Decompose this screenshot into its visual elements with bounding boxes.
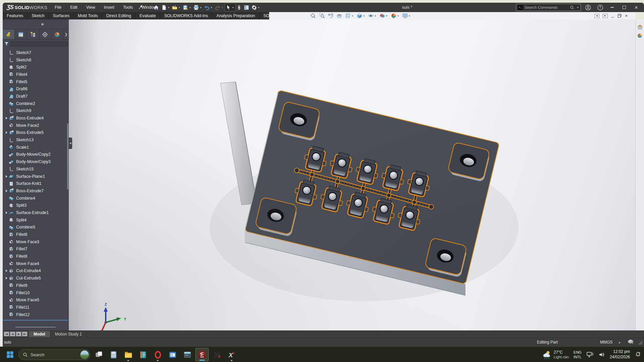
tree-item-surface-knit1[interactable]: Surface-Knit1 — [3, 180, 69, 187]
tree-item-fillet4[interactable]: Fillet4 — [3, 71, 69, 78]
tree-item-sketch13[interactable]: Sketch13 — [3, 136, 69, 144]
help-icon[interactable]: ? — [595, 3, 605, 12]
tree-item-boss-extrude4[interactable]: Boss-Extrude4 — [3, 114, 69, 122]
tree-filter-input[interactable] — [10, 41, 67, 46]
expand-arrow-icon[interactable] — [4, 211, 9, 214]
close-doc-icon[interactable]: ✕ — [625, 14, 628, 18]
close-icon[interactable]: ✕ — [632, 3, 641, 12]
redo-icon[interactable]: ▼ — [214, 3, 225, 11]
web-ball-icon[interactable] — [637, 33, 643, 39]
network-icon[interactable] — [586, 351, 594, 358]
hide-show-items-icon[interactable]: ▼ — [366, 12, 378, 19]
zoom-to-fit-icon[interactable] — [309, 12, 317, 19]
apply-scene-icon[interactable]: ▼ — [389, 12, 401, 19]
prev-tab-icon[interactable]: ◀ — [10, 331, 15, 337]
ribbon-tab-features[interactable]: Features — [3, 12, 28, 19]
ribbon-tab-evaluate[interactable]: Evaluate — [136, 12, 160, 19]
solidworks-2025-icon[interactable]: 2025 — [195, 348, 209, 361]
tree-item-boss-extrude5[interactable]: Boss-Extrude5 — [3, 129, 69, 137]
save-icon[interactable]: ▼ — [182, 3, 192, 11]
previous-view-icon[interactable] — [326, 12, 335, 19]
first-tab-icon[interactable]: I◀ — [4, 331, 9, 337]
select-cursor-icon[interactable]: ▼ — [225, 3, 236, 11]
chevron-down-icon[interactable]: ▼ — [258, 6, 260, 9]
expand-arrow-icon[interactable] — [4, 131, 9, 134]
tree-item-body-move-copy2[interactable]: Body-Move/Copy2 — [3, 151, 69, 158]
ribbon-tab-analysis-preparation[interactable]: Analysis Preparation — [212, 12, 259, 19]
tree-item-combine4[interactable]: Combine4 — [3, 195, 69, 202]
tree-item-fillet10[interactable]: Fillet10 — [3, 289, 69, 297]
chevron-down-icon[interactable]: ▼ — [374, 15, 377, 17]
opera-icon[interactable] — [151, 348, 164, 361]
tree-item-sketch8[interactable]: Sketch8 — [3, 56, 69, 64]
tree-item-fillet7[interactable]: Fillet7 — [3, 246, 69, 253]
calculator-icon[interactable] — [107, 348, 120, 361]
tree-item-move-face5[interactable]: Move Face5 — [3, 296, 69, 304]
ribbon-tab-mold-tools[interactable]: Mold Tools — [74, 12, 102, 19]
tree-item-fillet5[interactable]: Fillet5 — [3, 78, 69, 86]
tree-item-boss-extrude7[interactable]: Boss-Extrude7 — [3, 187, 69, 195]
home-resources-icon[interactable] — [637, 24, 643, 30]
tree-item-surface-plane1[interactable]: Surface-Plane1 — [3, 173, 69, 180]
tray-language[interactable]: ENG INTL — [574, 350, 582, 360]
chevron-down-icon[interactable]: ▼ — [178, 6, 181, 9]
view-orientation-icon[interactable]: ▼ — [344, 12, 355, 19]
ribbon-tab-surfaces[interactable]: Surfaces — [49, 12, 74, 19]
tag-pencil-icon[interactable] — [628, 339, 634, 345]
edit-appearance-icon[interactable]: ▼ — [378, 12, 389, 19]
minimize-icon[interactable] — [607, 3, 617, 12]
chevron-down-icon[interactable]: ▼ — [577, 6, 579, 9]
file-properties-icon[interactable] — [243, 3, 250, 11]
tree-item-fillet9[interactable]: Fillet9 — [3, 282, 69, 289]
tree-item-draft7[interactable]: Draft7 — [3, 93, 69, 100]
tree-item-split4[interactable]: Split4 — [3, 216, 69, 224]
chevron-down-icon[interactable]: ▼ — [210, 6, 213, 9]
tree-item-cut-extrude5[interactable]: Cut-Extrude5 — [3, 274, 69, 282]
panel-splitter[interactable] — [3, 19, 69, 30]
menu-file[interactable]: File — [50, 5, 66, 10]
chevron-down-icon[interactable]: ▼ — [351, 15, 354, 17]
configurationmanager-icon[interactable] — [27, 30, 39, 39]
notebook-icon[interactable] — [136, 348, 150, 361]
notification-bell-icon[interactable]: z — [635, 351, 641, 358]
volume-icon[interactable] — [598, 351, 605, 358]
search-icon[interactable] — [570, 5, 574, 10]
tree-item-fillet8[interactable]: Fillet8 — [3, 253, 69, 260]
status-units[interactable]: MMGS — [600, 338, 612, 347]
chevron-down-icon[interactable]: ▼ — [408, 15, 411, 17]
chevron-right-icon[interactable]: ❯ — [63, 30, 69, 39]
taskbar-search[interactable]: Search — [18, 349, 90, 360]
tree-item-surface-extrude1[interactable]: Surface-Extrude1 — [3, 209, 69, 216]
x-app-icon[interactable]: x — [210, 348, 224, 361]
rebuild-traffic-light-icon[interactable] — [236, 3, 243, 11]
displaymanager-icon[interactable] — [51, 30, 63, 39]
menu-insert[interactable]: Insert — [100, 5, 119, 10]
next-tab-icon[interactable]: ▶ — [16, 331, 21, 337]
options-gear-icon[interactable]: ▼ — [250, 3, 261, 11]
dimxpertmanager-icon[interactable] — [39, 30, 51, 39]
next-window-icon[interactable]: ▶ — [603, 14, 608, 18]
windows-start-icon[interactable] — [3, 348, 17, 361]
tree-item-cut-extrude4[interactable]: Cut-Extrude4 — [3, 267, 69, 275]
undo-icon[interactable]: ▼ — [203, 3, 214, 11]
expand-arrow-icon[interactable] — [4, 190, 9, 192]
tree-item-sketch15[interactable]: Sketch15 — [3, 165, 69, 173]
chevron-down-icon[interactable]: ▼ — [167, 6, 170, 9]
expand-arrow-icon[interactable] — [4, 117, 9, 119]
tree-item-draft6[interactable]: Draft6 — [3, 85, 69, 93]
tree-item-move-face3[interactable]: Move Face3 — [3, 238, 69, 246]
media-app-icon[interactable] — [166, 348, 179, 361]
menu-tools[interactable]: Tools — [119, 5, 137, 10]
open-icon[interactable]: ▼ — [171, 3, 182, 11]
minimize-doc-icon[interactable] — [611, 13, 614, 19]
expand-arrow-icon[interactable] — [4, 269, 9, 272]
propertymanager-icon[interactable] — [15, 30, 27, 39]
tree-item-scale1[interactable]: Scale1 — [3, 144, 69, 151]
maximize-icon[interactable] — [620, 3, 629, 12]
tree-item-fillet12[interactable]: Fillet12 — [3, 311, 69, 318]
file-explorer-icon[interactable] — [121, 348, 135, 361]
chevron-down-icon[interactable]: ▼ — [397, 15, 399, 17]
print-icon[interactable]: ▼ — [192, 3, 203, 11]
zoom-to-area-icon[interactable] — [317, 12, 326, 19]
doc-tab-motion-study-1[interactable]: Motion Study 1 — [50, 331, 87, 337]
